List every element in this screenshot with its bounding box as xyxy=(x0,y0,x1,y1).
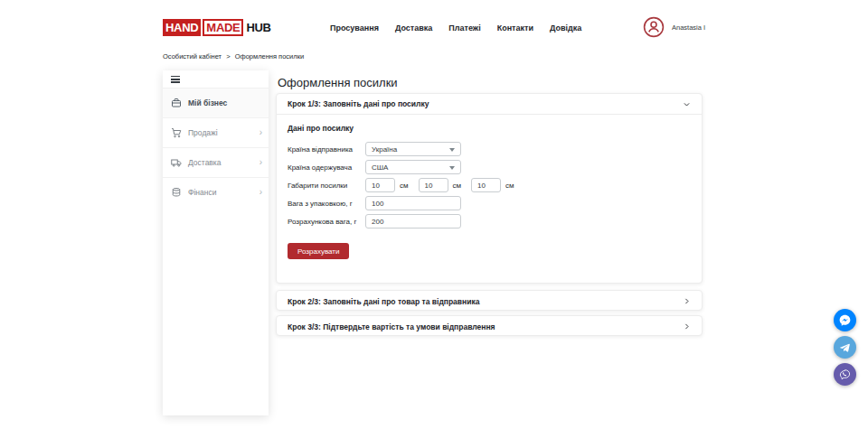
sender-country-select[interactable]: Україна xyxy=(365,142,461,156)
dimension-unit: см xyxy=(400,182,409,190)
briefcase-icon xyxy=(171,98,182,108)
recipient-country-value: США xyxy=(372,163,388,172)
step-2-label: Крок 2/3: Заповніть дані про товар та ві… xyxy=(288,297,479,306)
dimension-width-input[interactable] xyxy=(419,178,448,192)
nav-contacts[interactable]: Контакти xyxy=(497,23,533,33)
packed-weight-label: Вага з упаковкою, г xyxy=(288,200,365,208)
logo-hand: HAND xyxy=(163,19,201,36)
caret-down-icon xyxy=(449,148,455,152)
dimensions-row: Габарити посилки см см см xyxy=(288,178,691,192)
sidebar-item-label: Фінанси xyxy=(188,188,253,197)
step-3-label: Крок 3/3: Підтвердьте вартість та умови … xyxy=(288,322,495,331)
estimated-weight-input[interactable] xyxy=(365,214,461,228)
logo-hub: HUB xyxy=(243,19,270,36)
messenger-icon xyxy=(838,313,852,327)
dimension-unit: см xyxy=(453,182,462,190)
nav-payments[interactable]: Платежі xyxy=(448,23,480,33)
recipient-country-label: Країна одержувача xyxy=(288,163,365,172)
breadcrumb-current: Оформлення посилки xyxy=(235,52,305,61)
step-3-card: Крок 3/3: Підтвердьте вартість та умови … xyxy=(276,315,703,336)
cart-icon xyxy=(171,127,182,138)
calculate-button[interactable]: Розрахувати xyxy=(288,243,349,259)
dimensions-label: Габарити посилки xyxy=(288,182,365,190)
sidebar-item-delivery[interactable]: Доставка › xyxy=(163,147,269,177)
sidebar: Мій бізнес Продажі › Доставка › Фінанси … xyxy=(163,70,269,415)
estimated-weight-label: Розрахункова вага, г xyxy=(288,218,365,226)
coins-icon xyxy=(171,187,182,198)
telegram-button[interactable] xyxy=(834,336,856,359)
sidebar-item-finances[interactable]: Фінанси › xyxy=(163,177,269,207)
user-name: Anastasia I xyxy=(672,23,705,32)
caret-down-icon xyxy=(449,166,455,170)
sidebar-item-label: Доставка xyxy=(188,158,253,167)
page-title: Оформлення посилки xyxy=(278,76,398,89)
estimated-weight-row: Розрахункова вага, г xyxy=(288,214,691,228)
sender-country-row: Країна відправника Україна xyxy=(288,142,691,156)
menu-icon[interactable] xyxy=(171,76,180,83)
telegram-icon xyxy=(838,340,852,354)
main-nav: Просування Доставка Платежі Контакти Дов… xyxy=(330,23,581,33)
step-2-card: Крок 2/3: Заповніть дані про товар та ві… xyxy=(276,290,703,311)
sidebar-item-my-business[interactable]: Мій бізнес xyxy=(163,88,269,117)
recipient-country-select[interactable]: США xyxy=(365,160,461,174)
step-1-label: Крок 1/3: Заповніть дані про посилку xyxy=(288,99,429,108)
page: HAND MADE HUB Просування Доставка Платеж… xyxy=(0,0,868,429)
logo[interactable]: HAND MADE HUB xyxy=(163,19,271,36)
recipient-country-row: Країна одержувача США xyxy=(288,160,691,174)
step-1-card: Крок 1/3: Заповніть дані про посилку Дан… xyxy=(276,93,703,284)
nav-help[interactable]: Довідка xyxy=(550,23,581,33)
packed-weight-row: Вага з упаковкою, г xyxy=(288,196,691,210)
breadcrumb: Особистий кабінет > Оформлення посилки xyxy=(163,52,304,61)
sidebar-item-label: Продажі xyxy=(188,128,253,137)
parcel-data-title: Дані про посилку xyxy=(288,124,691,133)
logo-made: MADE xyxy=(203,19,243,36)
sender-country-value: Україна xyxy=(372,145,397,154)
breadcrumb-home[interactable]: Особистий кабінет xyxy=(163,52,222,61)
chevron-right-icon: › xyxy=(259,188,262,197)
user-menu[interactable]: Anastasia I xyxy=(643,16,705,38)
step-3-header[interactable]: Крок 3/3: Підтвердьте вартість та умови … xyxy=(277,316,702,337)
dimension-length-input[interactable] xyxy=(365,178,395,192)
dimension-height-input[interactable] xyxy=(471,178,501,192)
chevron-down-icon xyxy=(683,100,691,108)
nav-delivery[interactable]: Доставка xyxy=(395,23,432,33)
chevron-right-icon: › xyxy=(259,158,262,167)
breadcrumb-separator: > xyxy=(226,52,230,61)
viber-icon xyxy=(838,368,852,381)
truck-icon xyxy=(171,157,182,168)
viber-button[interactable] xyxy=(834,363,856,386)
packed-weight-input[interactable] xyxy=(365,196,461,210)
nav-promotion[interactable]: Просування xyxy=(330,23,379,33)
sidebar-item-label: Мій бізнес xyxy=(188,98,262,107)
chevron-right-icon xyxy=(683,322,691,331)
chevron-right-icon: › xyxy=(259,128,262,137)
sender-country-label: Країна відправника xyxy=(288,145,365,154)
step-1-header[interactable]: Крок 1/3: Заповніть дані про посилку xyxy=(277,94,702,115)
messenger-button[interactable] xyxy=(834,309,856,331)
chevron-right-icon xyxy=(683,297,691,305)
dimension-unit: см xyxy=(505,182,514,190)
sidebar-item-sales[interactable]: Продажі › xyxy=(163,117,269,147)
step-2-header[interactable]: Крок 2/3: Заповніть дані про товар та ві… xyxy=(277,291,702,312)
step-1-body: Дані про посилку Країна відправника Укра… xyxy=(277,115,702,268)
user-icon xyxy=(643,16,665,38)
